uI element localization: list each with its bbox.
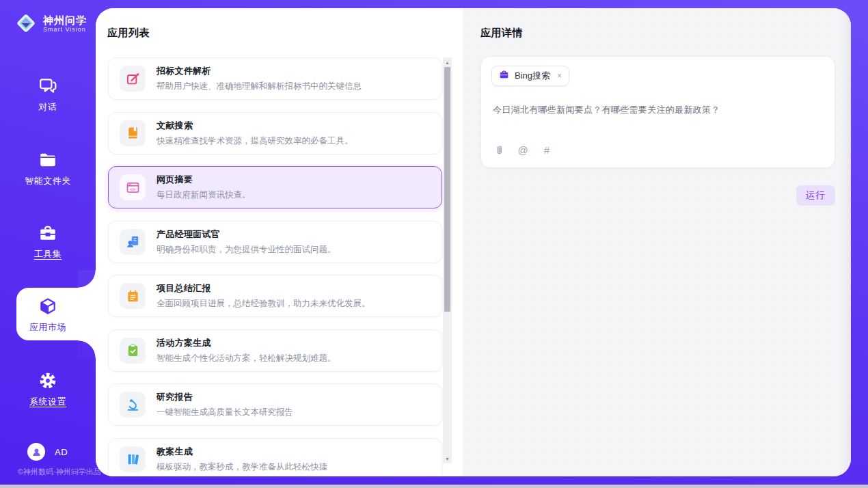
app-item-name: 活动方案生成 [157,337,336,349]
app-item-desc: 明确身份和职责，为您提供专业性的面试问题。 [157,244,336,256]
app-item-name: 教案生成 [157,446,327,458]
sidebar-item-label: 应用市场 [0,321,96,334]
books-icon [120,446,146,472]
sidebar-item-chat[interactable]: 对话 [0,77,96,113]
book-icon [120,120,146,146]
tag-close-icon[interactable]: × [557,72,562,80]
app-item-desc: 帮助用户快速、准确地理解和解析招标书中的关键信息 [157,81,362,92]
svg-text:</>: </> [130,186,136,191]
input-toolbar: @# [493,144,553,156]
scrollbar-down-arrow-icon[interactable]: ▼ [443,455,452,463]
scrollbar-up-arrow-icon[interactable]: ▲ [443,58,452,66]
app-item-desc: 模板驱动，教案秒成，教学准备从此轻松快捷 [157,461,327,473]
content-window: 应用列表 招标文件解析帮助用户快速、准确地理解和解析招标书中的关键信息文献搜索快… [96,8,851,476]
sidebar-item-label: 对话 [0,101,96,113]
app-item-webpage-summary[interactable]: </>网页摘要每日政府新闻资讯快查。 [108,166,442,208]
tool-tag-label: Bing搜索 [515,70,550,82]
tool-tag-bing-search[interactable]: Bing搜索 × [491,66,569,86]
app-item-desc: 每日政府新闻资讯快查。 [157,189,251,201]
app-item-desc: 智能生成个性化活动方案，轻松解决规划难题。 [157,353,336,364]
toolbox-icon [38,223,57,243]
app-item-name: 产品经理面试官 [157,228,336,241]
query-input[interactable]: 今日湖北有哪些新闻要点？有哪些需要关注的最新政策？ [493,104,824,116]
app-item-name: 项目总结汇报 [157,282,370,295]
user-chip[interactable]: AD [27,443,68,461]
user-avatar-icon [27,443,45,461]
at-icon[interactable]: @ [517,144,529,156]
app-item-name: 招标文件解析 [157,65,362,77]
chat-icon [38,77,57,96]
sidebar-item-toolset[interactable]: 工具集 [0,223,96,260]
copyright: ©神州数码·神州问学出品 [18,467,101,477]
sidebar-item-label: 智能文件夹 [0,175,96,187]
sidebar-item-label: 工具集 [0,248,96,260]
app-item-event-plan-generator[interactable]: 活动方案生成智能生成个性化活动方案，轻松解决规划难题。 [108,329,442,372]
app-item-lesson-plan-generator[interactable]: 教案生成模板驱动，教案秒成，教学准备从此轻松快捷 [108,438,442,477]
sidebar-nav: 对话智能文件夹工具集应用市场系统设置 [0,0,96,488]
app-detail-panel: 应用详情 Bing搜索 × 今日湖北有哪些新闻要点？有哪些需要关注的最新政策？ … [463,8,851,476]
research-icon [120,392,146,418]
query-card: Bing搜索 × 今日湖北有哪些新闻要点？有哪些需要关注的最新政策？ @# [480,56,835,168]
app-item-name: 网页摘要 [157,174,251,186]
app-item-name: 研究报告 [157,391,293,403]
user-initials: AD [55,447,68,457]
app-item-literature-search[interactable]: 文献搜索快速精准查找学术资源，提高研究效率的必备工具。 [108,112,442,154]
webpage-code-icon: </> [120,174,146,200]
app-list-panel: 应用列表 招标文件解析帮助用户快速、准确地理解和解析招标书中的关键信息文献搜索快… [96,8,463,476]
report-icon [120,283,146,309]
sidebar: 神州问学 Smart Vision 对话智能文件夹工具集应用市场系统设置 AD … [0,0,96,488]
folder-icon [38,150,57,170]
app-item-pm-interviewer[interactable]: 产品经理面试官明确身份和职责，为您提供专业性的面试问题。 [108,221,442,263]
sidebar-item-system-settings[interactable]: 系统设置 [0,371,96,408]
app-item-desc: 一键智能生成高质量长文本研究报告 [157,407,293,418]
app-detail-title: 应用详情 [480,27,523,40]
document-edit-icon [120,66,146,92]
sidebar-item-app-market[interactable]: 应用市场 [0,297,96,334]
app-item-desc: 快速精准查找学术资源，提高研究效率的必备工具。 [157,135,353,147]
app-item-research-report[interactable]: 研究报告一键智能生成高质量长文本研究报告 [108,383,442,426]
app-item-name: 文献搜索 [157,120,353,132]
bottom-strip [0,485,868,488]
clipboard-check-icon [120,338,146,364]
app-item-project-summary[interactable]: 项目总结汇报全面回顾项目进展，总结经验教训，助力未来优化发展。 [108,275,442,317]
paperclip-icon[interactable] [493,144,505,156]
cube-icon [38,297,57,316]
interviewer-icon [120,229,146,255]
gear-icon [38,371,57,390]
scrollbar[interactable]: ▲ ▼ [443,57,452,463]
run-button[interactable]: 运行 [796,185,835,206]
sidebar-item-label: 系统设置 [0,396,96,408]
sidebar-item-smart-folder[interactable]: 智能文件夹 [0,150,96,187]
app-item-bid-document-parse[interactable]: 招标文件解析帮助用户快速、准确地理解和解析招标书中的关键信息 [108,57,442,100]
hash-icon[interactable]: # [541,144,553,156]
briefcase-icon [499,70,509,83]
app-list: 招标文件解析帮助用户快速、准确地理解和解析招标书中的关键信息文献搜索快速精准查找… [108,57,442,476]
app-list-title: 应用列表 [107,27,150,40]
app-item-desc: 全面回顾项目进展，总结经验教训，助力未来优化发展。 [157,298,370,310]
scrollbar-thumb[interactable] [444,67,450,312]
